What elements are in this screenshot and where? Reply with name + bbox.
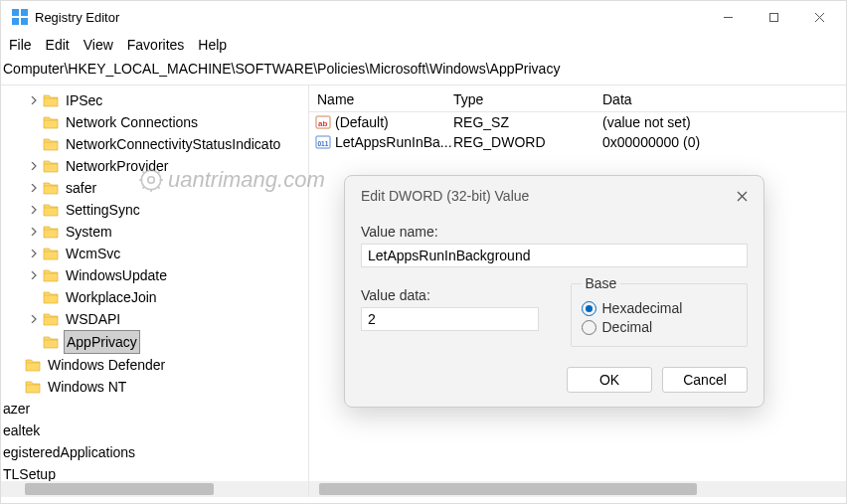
radio-dec-label: Decimal	[602, 319, 653, 335]
tree-item-label: Network Connections	[64, 111, 200, 133]
tree-hscrollbar[interactable]	[1, 481, 308, 497]
chevron-right-icon[interactable]	[27, 181, 41, 195]
svg-rect-3	[21, 18, 28, 25]
menu-view[interactable]: View	[84, 37, 113, 53]
svg-text:ab: ab	[318, 119, 327, 128]
window-title: Registry Editor	[35, 10, 119, 25]
ok-button[interactable]: OK	[567, 367, 652, 393]
chevron-right-icon[interactable]	[27, 159, 41, 173]
tree-item-ipsec[interactable]: IPSec	[1, 89, 308, 111]
value-row[interactable]: 011LetAppsRunInBa...REG_DWORD0x00000000 …	[309, 132, 846, 152]
value-type: REG_DWORD	[453, 134, 602, 150]
tree-item-windows-nt[interactable]: Windows NT	[1, 376, 308, 398]
svg-rect-2	[12, 18, 19, 25]
radio-icon	[582, 301, 596, 316]
menubar: File Edit View Favorites Help	[1, 33, 846, 57]
tree-item-label: NetworkConnectivityStatusIndicato	[64, 133, 282, 155]
tree-item-label: AppPrivacy	[64, 330, 140, 354]
close-button[interactable]	[796, 1, 842, 33]
tree-item-label: ealtek	[1, 420, 42, 441]
app-icon	[11, 8, 29, 26]
value-name-label: Value name:	[361, 224, 748, 240]
tree-item-networkconnectivitystatusindicato[interactable]: NetworkConnectivityStatusIndicato	[1, 133, 308, 155]
dialog-title: Edit DWORD (32-bit) Value	[361, 188, 529, 204]
titlebar: Registry Editor	[1, 1, 846, 33]
tree-item-egisteredapplications[interactable]: egisteredApplications	[1, 441, 308, 463]
tree-item-settingsync[interactable]: SettingSync	[1, 199, 308, 221]
chevron-right-icon[interactable]	[27, 247, 41, 260]
chevron-right-icon[interactable]	[27, 203, 41, 217]
base-fieldset: Base Hexadecimal Decimal	[571, 275, 749, 347]
tree-item-label: WorkplaceJoin	[64, 286, 159, 308]
tree-item-azer[interactable]: azer	[1, 398, 308, 420]
tree-item-label: Windows Defender	[46, 354, 167, 376]
tree-item-wsdapi[interactable]: WSDAPI	[1, 308, 308, 330]
tree-item-windows-defender[interactable]: Windows Defender	[1, 354, 308, 376]
expander-placeholder	[27, 115, 41, 129]
tree-item-wcmsvc[interactable]: WcmSvc	[1, 243, 308, 264]
tree-item-label: safer	[64, 177, 98, 199]
window-controls	[705, 1, 842, 33]
radio-hex-label: Hexadecimal	[602, 300, 683, 316]
tree-item-label: SettingSync	[64, 199, 142, 221]
tree-item-label: Windows NT	[46, 376, 128, 398]
tree-item-ealtek[interactable]: ealtek	[1, 420, 308, 441]
col-header-name[interactable]: Name	[309, 91, 453, 107]
svg-rect-1	[21, 9, 28, 16]
dialog-titlebar: Edit DWORD (32-bit) Value	[345, 176, 763, 212]
tree-item-appprivacy[interactable]: AppPrivacy	[1, 330, 308, 354]
expander-placeholder	[27, 335, 41, 349]
cancel-button[interactable]: Cancel	[662, 367, 748, 393]
value-row[interactable]: ab(Default)REG_SZ(value not set)	[309, 112, 846, 132]
tree-item-label: WindowsUpdate	[64, 264, 169, 286]
menu-help[interactable]: Help	[198, 37, 227, 53]
tree-item-label: System	[64, 221, 114, 243]
values-hscrollbar[interactable]	[309, 481, 846, 497]
tree-item-label: azer	[1, 398, 32, 420]
expander-placeholder	[9, 358, 23, 372]
chevron-right-icon[interactable]	[27, 312, 41, 326]
chevron-right-icon[interactable]	[27, 268, 41, 282]
radio-icon	[582, 320, 596, 335]
tree-item-safer[interactable]: safer	[1, 177, 308, 199]
tree-item-networkprovider[interactable]: NetworkProvider	[1, 155, 308, 177]
tree-item-system[interactable]: System	[1, 221, 308, 243]
minimize-button[interactable]	[705, 1, 751, 33]
tree-item-label: egisteredApplications	[1, 441, 137, 463]
value-data-field[interactable]	[361, 307, 539, 331]
menu-favorites[interactable]: Favorites	[127, 37, 185, 53]
menu-edit[interactable]: Edit	[46, 37, 70, 53]
expander-placeholder	[9, 380, 23, 394]
value-data: 0x00000000 (0)	[602, 134, 846, 150]
chevron-right-icon[interactable]	[27, 225, 41, 239]
value-name: (Default)	[335, 114, 389, 130]
maximize-button[interactable]	[751, 1, 796, 33]
expander-placeholder	[27, 290, 41, 304]
edit-dword-dialog: Edit DWORD (32-bit) Value Value name: Va…	[344, 175, 764, 408]
menu-file[interactable]: File	[9, 37, 32, 53]
value-data: (value not set)	[602, 114, 846, 130]
tree-item-network-connections[interactable]: Network Connections	[1, 111, 308, 133]
tree-item-label: NetworkProvider	[64, 155, 170, 177]
svg-rect-5	[769, 13, 777, 21]
radio-hexadecimal[interactable]: Hexadecimal	[582, 300, 738, 316]
address-bar[interactable]: Computer\HKEY_LOCAL_MACHINE\SOFTWARE\Pol…	[1, 57, 846, 85]
tree-item-workplacejoin[interactable]: WorkplaceJoin	[1, 286, 308, 308]
chevron-right-icon[interactable]	[27, 93, 41, 107]
tree-item-label: WSDAPI	[64, 308, 122, 330]
tree-item-label: WcmSvc	[64, 243, 122, 264]
svg-rect-0	[12, 9, 19, 16]
tree-pane: IPSecNetwork ConnectionsNetworkConnectiv…	[1, 85, 309, 497]
tree-item-windowsupdate[interactable]: WindowsUpdate	[1, 264, 308, 286]
svg-text:011: 011	[318, 140, 329, 147]
dialog-close-button[interactable]	[732, 186, 752, 206]
base-legend: Base	[582, 275, 621, 291]
value-name: LetAppsRunInBa...	[335, 134, 452, 150]
list-header: Name Type Data	[309, 85, 846, 112]
radio-decimal[interactable]: Decimal	[582, 319, 738, 335]
col-header-data[interactable]: Data	[602, 91, 846, 107]
value-name-field[interactable]	[361, 244, 748, 267]
expander-placeholder	[27, 137, 41, 151]
col-header-type[interactable]: Type	[453, 91, 602, 107]
value-data-label: Value data:	[361, 287, 539, 303]
